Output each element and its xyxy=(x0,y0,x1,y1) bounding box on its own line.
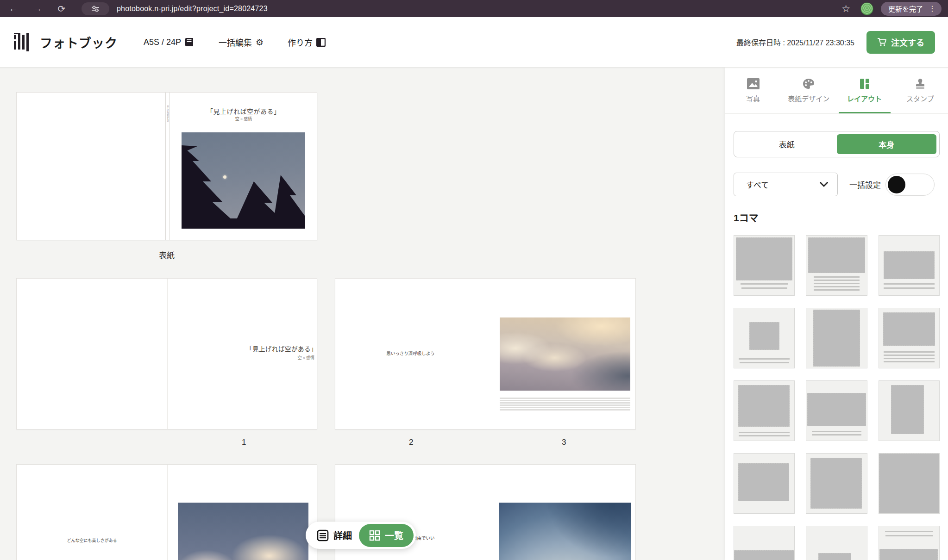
layout-thumbnail-6[interactable] xyxy=(879,308,940,368)
cover-photo[interactable] xyxy=(182,132,305,229)
layout-thumbnail-11[interactable] xyxy=(806,453,867,514)
right-sidebar: 写真 表紙デザイン レイアウト スタンプ xyxy=(725,68,948,560)
book-spine[interactable]: 見上げれば空がある xyxy=(165,93,170,240)
page1-subtitle[interactable]: 空 × 感情 xyxy=(246,355,314,361)
tab-photos[interactable]: 写真 xyxy=(725,68,781,113)
cover-body-segmented: 表紙 本身 xyxy=(734,131,940,157)
tab-stamps[interactable]: スタンプ xyxy=(892,68,948,113)
layout-thumbnail-9[interactable] xyxy=(879,380,940,441)
page3-photo[interactable] xyxy=(500,317,630,391)
layout-thumbnail-2[interactable] xyxy=(806,235,867,296)
layout-thumbnail-5[interactable] xyxy=(806,308,867,368)
tree-silhouette xyxy=(182,132,305,229)
profile-avatar[interactable] xyxy=(860,2,873,15)
layout-thumbnail-13[interactable] xyxy=(734,526,795,560)
bookmark-star-icon[interactable]: ☆ xyxy=(841,3,850,14)
thumbnail-image-area xyxy=(884,251,934,280)
forward-icon: → xyxy=(33,3,42,14)
palette-icon xyxy=(803,78,815,89)
layout-thumbnail-7[interactable] xyxy=(734,380,795,441)
editor-canvas: 見上げれば空がある 「見上げれば空がある」 空 × 感情 表紙 「見上げれば空が… xyxy=(0,68,725,560)
page6-text[interactable]: 自由でいい xyxy=(413,535,435,541)
page2-text[interactable]: 思いっきり深呼吸しよう xyxy=(335,350,486,356)
thumbnail-image-area xyxy=(807,393,866,426)
site-info-button[interactable] xyxy=(82,2,109,15)
browser-back-button[interactable]: ← xyxy=(6,2,20,16)
how-to-label: 作り方 xyxy=(288,36,313,48)
thumbnail-image-area xyxy=(879,454,939,513)
bulk-setting-toggle[interactable] xyxy=(885,174,935,196)
detail-view-button[interactable]: 詳細 xyxy=(317,529,352,542)
thumbnail-text-line xyxy=(884,351,934,353)
spine-text: 見上げれば空がある xyxy=(166,106,169,122)
gear-icon: ⚙ xyxy=(256,38,264,47)
how-to-button[interactable]: 作り方 xyxy=(288,36,326,48)
layout-thumbnail-8[interactable] xyxy=(806,380,867,441)
cover-subtitle[interactable]: 空 × 感情 xyxy=(170,116,318,122)
back-cover-page[interactable] xyxy=(17,93,167,240)
batch-edit-label: 一括編集 xyxy=(219,36,252,48)
layout-thumbnail-14[interactable] xyxy=(806,526,867,560)
app-logo[interactable]: フォトブック xyxy=(13,32,118,52)
thumbnail-image-area xyxy=(738,385,790,427)
chevron-down-icon xyxy=(820,182,828,187)
layout-thumbnail-15[interactable] xyxy=(879,526,940,560)
layout-thumbnail-10[interactable] xyxy=(734,453,795,514)
thumbnail-image-area xyxy=(734,550,794,560)
cover-title[interactable]: 「見上げれば空がある」 xyxy=(170,106,318,116)
book-icon xyxy=(185,37,195,47)
thumbnail-text-line xyxy=(885,531,933,532)
spread-1[interactable]: 「見上げれば空がある」 空 × 感情 xyxy=(16,278,317,429)
tab-layout[interactable]: レイアウト xyxy=(837,68,892,113)
segment-cover[interactable]: 表紙 xyxy=(737,134,837,154)
layout-thumbnail-4[interactable] xyxy=(734,308,795,368)
page7-photo[interactable] xyxy=(499,503,631,560)
thumbnail-text-line xyxy=(814,283,860,284)
thumbnail-image-area xyxy=(738,463,789,502)
thumbnail-image-area xyxy=(808,237,865,273)
open-book-icon xyxy=(316,38,326,47)
order-button[interactable]: 注文する xyxy=(866,31,935,54)
book-spec-button[interactable]: A5S / 24P xyxy=(144,37,195,47)
page4-text[interactable]: どんな空にも美しさがある xyxy=(17,537,167,543)
list-view-button[interactable]: 一覧 xyxy=(359,524,414,547)
tab-layout-label: レイアウト xyxy=(847,93,882,103)
layout-filter-dropdown[interactable]: すべて xyxy=(734,173,838,196)
spread-2[interactable]: 思いっきり深呼吸しよう xyxy=(335,278,636,429)
page5-photo[interactable] xyxy=(178,503,308,560)
cover-spread[interactable]: 見上げれば空がある 「見上げれば空がある」 空 × 感情 xyxy=(16,92,317,240)
page-4[interactable] xyxy=(17,465,167,560)
thumbnail-text-line xyxy=(741,283,788,285)
thumbnail-text-line xyxy=(814,280,860,281)
browser-forward-button[interactable]: → xyxy=(31,2,44,16)
page-blank[interactable] xyxy=(17,279,167,429)
filter-row: すべて 一括設定 xyxy=(734,173,940,196)
layout-thumbnail-12[interactable] xyxy=(879,453,940,514)
logo-icon xyxy=(13,32,34,52)
thumbnail-text-line xyxy=(812,431,861,432)
url-bar[interactable]: photobook.n-pri.jp/edit?project_id=28024… xyxy=(117,5,268,13)
thumbnail-text-line xyxy=(740,362,789,363)
tab-photos-label: 写真 xyxy=(746,93,760,103)
thumbnail-image-area xyxy=(891,385,924,434)
layout-thumbnail-3[interactable] xyxy=(879,235,940,296)
tab-cover-design[interactable]: 表紙デザイン xyxy=(781,68,836,113)
thumbnail-text-line xyxy=(814,289,860,291)
kebab-menu-icon[interactable]: ⋮ xyxy=(929,4,936,13)
segment-body[interactable]: 本身 xyxy=(837,134,937,154)
browser-reload-button[interactable]: ⟳ xyxy=(55,2,69,16)
thumbnail-text-line xyxy=(884,283,934,285)
thumbnail-image-area xyxy=(749,322,779,350)
thumbnail-text-line xyxy=(812,434,861,436)
page-1[interactable] xyxy=(167,279,318,429)
browser-update-button[interactable]: 更新を完了 ⋮ xyxy=(881,2,942,16)
batch-edit-button[interactable]: 一括編集 ⚙ xyxy=(219,36,264,48)
page1-title[interactable]: 「見上げれば空がある」 xyxy=(246,344,316,353)
thumbnail-text-line xyxy=(814,276,860,278)
list-label: 一覧 xyxy=(385,529,403,542)
last-saved-text: 最終保存日時 : 2025/11/27 23:30:35 xyxy=(736,37,854,48)
layout-thumbnail-1[interactable] xyxy=(734,235,795,296)
page-number-3: 3 xyxy=(562,438,566,447)
app-title: フォトブック xyxy=(40,33,118,51)
spread-3[interactable]: どんな空にも美しさがある xyxy=(16,464,317,560)
